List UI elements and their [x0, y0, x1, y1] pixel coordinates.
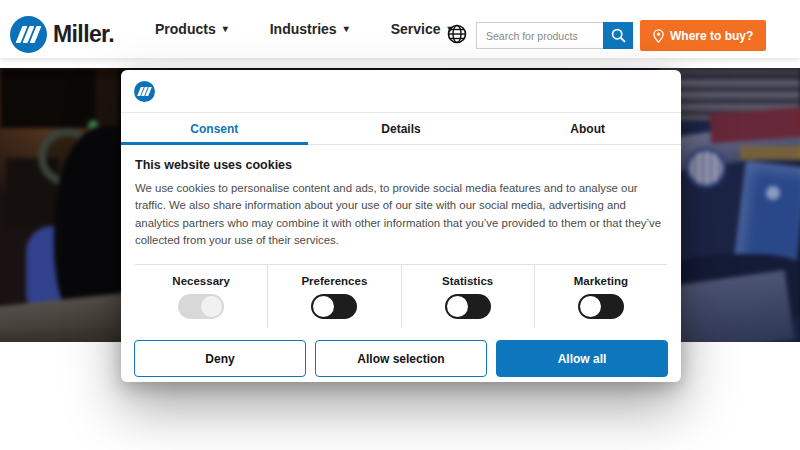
- location-pin-icon: [653, 29, 664, 43]
- brand-name: Miller.: [53, 21, 114, 48]
- tab-consent[interactable]: Consent: [121, 113, 308, 144]
- search-button[interactable]: [603, 22, 633, 49]
- miller-logo-icon: [10, 16, 47, 53]
- consent-toggle-group: Necessary Preferences Statistics Marketi…: [135, 264, 667, 328]
- toggle-label: Necessary: [172, 275, 230, 287]
- dialog-buttons: Deny Allow selection Allow all: [121, 328, 681, 377]
- search-input[interactable]: [476, 22, 603, 49]
- tab-about[interactable]: About: [494, 113, 681, 144]
- chevron-down-icon: ▾: [344, 24, 349, 34]
- deny-button[interactable]: Deny: [134, 340, 306, 377]
- toggle-cell-preferences: Preferences: [267, 265, 400, 328]
- where-to-buy-button[interactable]: Where to buy?: [640, 20, 766, 51]
- where-to-buy-label: Where to buy?: [670, 29, 753, 43]
- globe-language-icon[interactable]: [447, 24, 467, 44]
- dialog-tabs: Consent Details About: [121, 113, 681, 145]
- toggle-cell-marketing: Marketing: [534, 265, 667, 328]
- nav-label: Products: [155, 21, 216, 37]
- dialog-description: We use cookies to personalise content an…: [135, 180, 667, 249]
- nav-item-industries[interactable]: Industries ▾: [270, 21, 349, 37]
- chevron-down-icon: ▾: [223, 24, 228, 34]
- dialog-heading: This website uses cookies: [135, 158, 667, 172]
- search-bar: [476, 22, 633, 49]
- cookie-consent-dialog: Consent Details About This website uses …: [121, 70, 681, 382]
- toggle-statistics[interactable]: [445, 294, 491, 319]
- toggle-label: Marketing: [574, 275, 628, 287]
- toggle-cell-statistics: Statistics: [401, 265, 534, 328]
- main-nav: Products ▾ Industries ▾ Service ▾: [155, 0, 453, 58]
- nav-label: Service: [391, 21, 441, 37]
- toggle-label: Statistics: [442, 275, 493, 287]
- tab-details[interactable]: Details: [308, 113, 495, 144]
- search-icon: [611, 28, 626, 43]
- allow-all-button[interactable]: Allow all: [496, 340, 668, 377]
- toggle-marketing[interactable]: [578, 294, 624, 319]
- miller-logo[interactable]: Miller.: [10, 16, 114, 53]
- nav-item-products[interactable]: Products ▾: [155, 21, 228, 37]
- dialog-logo-row: [121, 70, 681, 113]
- toggle-preferences[interactable]: [311, 294, 357, 319]
- toggle-necessary: [178, 294, 224, 319]
- toggle-cell-necessary: Necessary: [135, 265, 267, 328]
- toggle-label: Preferences: [301, 275, 367, 287]
- nav-label: Industries: [270, 21, 337, 37]
- dialog-body: This website uses cookies We use cookies…: [121, 145, 681, 328]
- allow-selection-button[interactable]: Allow selection: [315, 340, 487, 377]
- site-header: Miller. Products ▾ Industries ▾ Service …: [0, 0, 800, 58]
- nav-item-service[interactable]: Service ▾: [391, 21, 453, 37]
- miller-logo-icon-small: [134, 81, 155, 102]
